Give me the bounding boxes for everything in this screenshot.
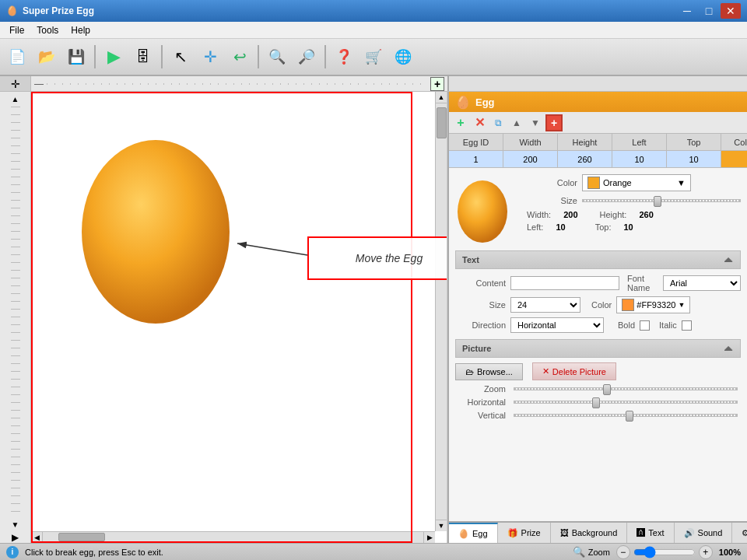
panel-add-btn[interactable]: + — [452, 114, 469, 131]
zoom-button[interactable]: 🔎 — [293, 43, 321, 71]
move-egg-label: Move the Egg — [307, 236, 447, 280]
egg-shape[interactable] — [78, 123, 233, 325]
panel-body: Color Orange ▼ Size — [449, 168, 747, 521]
vertical-slider-thumb[interactable] — [626, 411, 633, 422]
close-button[interactable]: ✕ — [721, 3, 741, 19]
delete-label: Delete Picture — [552, 367, 606, 376]
cell-id: 1 — [449, 151, 503, 167]
vscroll-thumb[interactable] — [437, 107, 447, 138]
tab-sound-label: Sound — [698, 528, 723, 537]
panel-egg-icon: 🥚 — [455, 95, 471, 110]
picture-collapse-btn[interactable]: ⏶ — [723, 342, 734, 355]
zoom-out-btn[interactable]: − — [616, 545, 630, 559]
select-tool[interactable]: ↖ — [167, 43, 195, 71]
minimize-button[interactable]: ─ — [677, 3, 697, 19]
panel-delete-btn[interactable]: ✕ — [471, 114, 488, 131]
size-input-label: Size — [455, 300, 506, 310]
scroll-up-icon[interactable]: ▲ — [12, 95, 19, 103]
panel-special-btn[interactable]: + — [545, 114, 563, 131]
size-color-row: Size 24 12 18 36 Color #FF93320 ▼ — [455, 296, 741, 313]
direction-row: Direction Horizontal Vertical Bold Itali… — [455, 317, 741, 333]
font-name-select[interactable]: Arial Times New Roman Verdana — [663, 275, 741, 291]
menu-tools[interactable]: Tools — [30, 23, 65, 37]
zoom-in-btn[interactable]: + — [699, 545, 713, 559]
size-slider[interactable] — [582, 199, 741, 202]
delete-picture-button[interactable]: ✕ Delete Picture — [532, 362, 616, 380]
database-button[interactable]: 🗄 — [129, 43, 157, 71]
width-label: Width: — [527, 210, 551, 219]
tab-other[interactable]: ⚙ Other — [732, 523, 747, 543]
tab-prize[interactable]: 🎁 Prize — [498, 523, 551, 543]
color-value: Orange — [603, 178, 632, 187]
size-row: Size — [527, 196, 741, 205]
left-top-row: Left: 10 Top: 10 — [527, 222, 741, 232]
toolbar-sep-2 — [161, 45, 163, 68]
horizontal-slider-thumb[interactable] — [592, 397, 600, 408]
panel-up-btn[interactable]: ▲ — [508, 114, 525, 131]
direction-select[interactable]: Horizontal Vertical — [510, 317, 604, 333]
canvas-area[interactable]: Move the Egg ▲ ▼ ◀ — [31, 92, 447, 543]
cell-color — [721, 151, 747, 167]
top-label: Top: — [595, 222, 612, 232]
direction-label: Direction — [455, 320, 506, 330]
col-left: Left — [612, 134, 667, 150]
toolbar-sep-1 — [94, 45, 96, 68]
tab-sound[interactable]: 🔊 Sound — [675, 523, 733, 543]
panel-down-btn[interactable]: ▼ — [527, 114, 544, 131]
height-value: 260 — [639, 210, 653, 219]
search-button[interactable]: 🔍 — [263, 43, 291, 71]
text-section: Text ⏶ Content Font Name Arial Times New… — [455, 250, 741, 333]
menu-file[interactable]: File — [3, 23, 30, 37]
text-color-btn[interactable]: #FF93320 ▼ — [616, 296, 690, 313]
color-select-btn[interactable]: Orange ▼ — [582, 174, 691, 191]
picture-section-header: Picture ⏶ — [455, 339, 741, 358]
canvas-hscroll[interactable]: ◀ ▶ — [31, 531, 435, 543]
tab-egg[interactable]: 🥚 Egg — [449, 523, 498, 543]
browse-button[interactable]: 🗁 Browse... — [455, 363, 523, 380]
zoom-slider-thumb[interactable] — [603, 384, 611, 395]
vertical-label: Vertical — [455, 411, 506, 420]
add-ruler-btn[interactable]: + — [430, 77, 444, 91]
undo-button[interactable]: ↩ — [226, 43, 254, 71]
text-color-swatch — [622, 299, 634, 311]
panel-copy-btn[interactable]: ⧉ — [489, 114, 507, 131]
new-button[interactable]: 📄 — [3, 43, 31, 71]
statusbar: i Click to break egg, press Esc to exit.… — [0, 543, 747, 560]
move-right-icon[interactable]: ▶ — [12, 532, 19, 543]
move-tool[interactable]: ✛ — [196, 43, 224, 71]
run-button[interactable]: ▶ — [100, 43, 128, 71]
col-top: Top — [667, 134, 721, 150]
panel-table-row[interactable]: 1 200 260 10 10 — [449, 151, 747, 168]
text-collapse-btn[interactable]: ⏶ — [723, 254, 734, 266]
browse-icon: 🗁 — [465, 367, 474, 376]
tab-text[interactable]: 🅰 Text — [627, 523, 674, 543]
maximize-button[interactable]: □ — [699, 3, 719, 19]
scroll-down-icon[interactable]: ▼ — [12, 520, 19, 529]
globe-button[interactable]: 🌐 — [389, 43, 417, 71]
tab-background[interactable]: 🖼 Background — [551, 523, 628, 543]
bold-checkbox[interactable] — [640, 320, 650, 331]
color-dot — [587, 177, 600, 189]
size-select[interactable]: 24 12 18 36 — [510, 297, 580, 313]
horizontal-row: Horizontal — [455, 397, 741, 407]
menubar: File Tools Help — [0, 22, 747, 39]
size-slider-thumb[interactable] — [654, 196, 661, 207]
cart-button[interactable]: 🛒 — [359, 43, 388, 71]
move-all-icon[interactable]: ✛ — [11, 78, 20, 90]
open-button[interactable]: 📂 — [33, 43, 61, 71]
italic-checkbox[interactable] — [682, 320, 692, 331]
zoom-slider[interactable] — [633, 546, 696, 558]
help-button[interactable]: ❓ — [330, 43, 358, 71]
collapse-icon[interactable]: — — [34, 79, 44, 89]
hscroll-thumb[interactable] — [58, 533, 105, 541]
content-input[interactable] — [510, 276, 619, 290]
cell-height: 260 — [558, 151, 612, 167]
menu-help[interactable]: Help — [65, 23, 96, 37]
save-button[interactable]: 💾 — [62, 43, 90, 71]
col-height: Height — [558, 134, 612, 150]
cell-width: 200 — [503, 151, 558, 167]
canvas-vscroll[interactable]: ▲ ▼ — [435, 92, 447, 531]
col-egg-id: Egg ID — [449, 134, 503, 150]
egg-props-row: Color Orange ▼ Size — [455, 174, 741, 244]
cell-top: 10 — [667, 151, 721, 167]
